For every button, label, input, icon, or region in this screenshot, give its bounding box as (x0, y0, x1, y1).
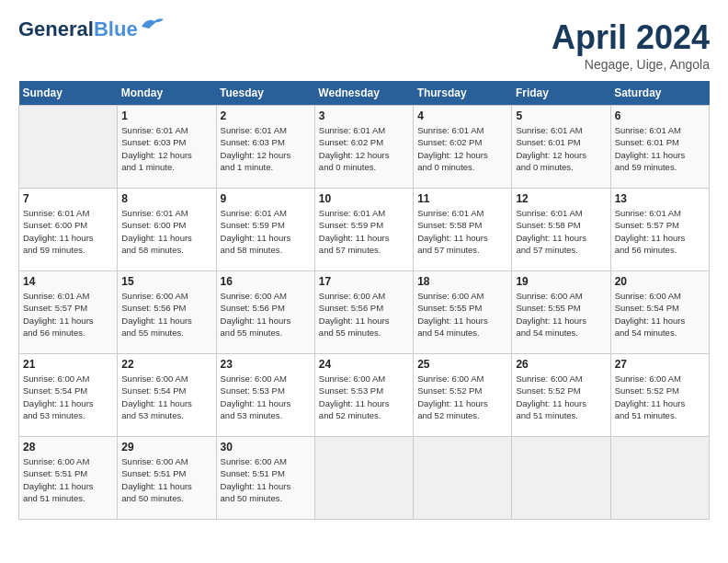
weekday-header: Thursday (414, 81, 512, 106)
weekday-header: Monday (118, 81, 216, 106)
day-number: 26 (516, 358, 606, 371)
calendar-cell: 30Sunrise: 6:00 AMSunset: 5:51 PMDayligh… (216, 437, 314, 520)
calendar-cell (314, 437, 413, 520)
day-number: 11 (417, 192, 507, 205)
day-info: Sunrise: 6:00 AMSunset: 5:55 PMDaylight:… (417, 290, 507, 339)
calendar-cell: 17Sunrise: 6:00 AMSunset: 5:56 PMDayligh… (314, 271, 413, 354)
day-info: Sunrise: 6:00 AMSunset: 5:54 PMDaylight:… (23, 373, 113, 421)
calendar-cell: 21Sunrise: 6:00 AMSunset: 5:54 PMDayligh… (19, 354, 118, 437)
calendar-cell: 27Sunrise: 6:00 AMSunset: 5:52 PMDayligh… (610, 354, 709, 437)
month-title: April 2024 (552, 18, 710, 57)
calendar-cell: 9Sunrise: 6:01 AMSunset: 5:59 PMDaylight… (216, 189, 314, 271)
calendar-week-row: 7Sunrise: 6:01 AMSunset: 6:00 PMDaylight… (19, 189, 710, 271)
calendar-cell: 19Sunrise: 6:00 AMSunset: 5:55 PMDayligh… (512, 271, 610, 354)
calendar-cell: 24Sunrise: 6:00 AMSunset: 5:53 PMDayligh… (314, 354, 413, 437)
day-number: 27 (615, 358, 705, 371)
day-number: 20 (615, 275, 705, 288)
calendar-week-row: 28Sunrise: 6:00 AMSunset: 5:51 PMDayligh… (19, 437, 710, 520)
day-info: Sunrise: 6:01 AMSunset: 6:00 PMDaylight:… (23, 207, 113, 256)
calendar-cell: 3Sunrise: 6:01 AMSunset: 6:02 PMDaylight… (314, 106, 413, 189)
day-info: Sunrise: 6:00 AMSunset: 5:51 PMDaylight:… (221, 455, 311, 504)
day-number: 19 (516, 275, 606, 288)
calendar-cell: 13Sunrise: 6:01 AMSunset: 5:57 PMDayligh… (610, 189, 709, 271)
day-number: 28 (23, 441, 113, 454)
day-number: 22 (121, 358, 211, 371)
day-info: Sunrise: 6:00 AMSunset: 5:53 PMDaylight:… (319, 373, 409, 421)
calendar-cell: 18Sunrise: 6:00 AMSunset: 5:55 PMDayligh… (414, 271, 512, 354)
day-number: 9 (221, 192, 311, 205)
calendar-cell: 15Sunrise: 6:00 AMSunset: 5:56 PMDayligh… (118, 271, 216, 354)
calendar-week-row: 21Sunrise: 6:00 AMSunset: 5:54 PMDayligh… (19, 354, 710, 437)
calendar-week-row: 14Sunrise: 6:01 AMSunset: 5:57 PMDayligh… (19, 271, 710, 354)
day-info: Sunrise: 6:01 AMSunset: 6:02 PMDaylight:… (319, 124, 409, 173)
calendar-week-row: 1Sunrise: 6:01 AMSunset: 6:03 PMDaylight… (19, 106, 710, 189)
logo: GeneralBlue (18, 18, 165, 40)
calendar-table: SundayMondayTuesdayWednesdayThursdayFrid… (18, 81, 710, 520)
calendar-cell: 11Sunrise: 6:01 AMSunset: 5:58 PMDayligh… (414, 189, 512, 271)
calendar-cell: 20Sunrise: 6:00 AMSunset: 5:54 PMDayligh… (610, 271, 709, 354)
calendar-cell (19, 106, 118, 189)
day-number: 14 (23, 275, 113, 288)
day-info: Sunrise: 6:01 AMSunset: 6:03 PMDaylight:… (221, 124, 311, 173)
day-info: Sunrise: 6:01 AMSunset: 5:59 PMDaylight:… (221, 207, 311, 256)
day-info: Sunrise: 6:00 AMSunset: 5:54 PMDaylight:… (121, 373, 211, 421)
calendar-cell: 25Sunrise: 6:00 AMSunset: 5:52 PMDayligh… (414, 354, 512, 437)
calendar-cell: 28Sunrise: 6:00 AMSunset: 5:51 PMDayligh… (19, 437, 118, 520)
day-info: Sunrise: 6:00 AMSunset: 5:56 PMDaylight:… (319, 290, 409, 339)
calendar-cell: 1Sunrise: 6:01 AMSunset: 6:03 PMDaylight… (118, 106, 216, 189)
day-info: Sunrise: 6:01 AMSunset: 5:59 PMDaylight:… (319, 207, 409, 256)
logo-bird-icon (140, 16, 165, 36)
calendar-cell (610, 437, 709, 520)
day-info: Sunrise: 6:01 AMSunset: 5:58 PMDaylight:… (417, 207, 507, 256)
day-info: Sunrise: 6:00 AMSunset: 5:52 PMDaylight:… (615, 373, 705, 421)
logo-blue: Blue (94, 17, 138, 40)
calendar-cell: 2Sunrise: 6:01 AMSunset: 6:03 PMDaylight… (216, 106, 314, 189)
day-number: 24 (319, 358, 409, 371)
weekday-header: Sunday (19, 81, 118, 106)
day-number: 4 (417, 109, 507, 122)
weekday-header: Saturday (610, 81, 709, 106)
calendar-cell: 22Sunrise: 6:00 AMSunset: 5:54 PMDayligh… (118, 354, 216, 437)
day-info: Sunrise: 6:00 AMSunset: 5:56 PMDaylight:… (121, 290, 211, 339)
day-info: Sunrise: 6:00 AMSunset: 5:51 PMDaylight:… (121, 455, 211, 504)
weekday-header: Tuesday (216, 81, 314, 106)
weekday-header-row: SundayMondayTuesdayWednesdayThursdayFrid… (19, 81, 710, 106)
calendar-cell: 26Sunrise: 6:00 AMSunset: 5:52 PMDayligh… (512, 354, 610, 437)
day-number: 21 (23, 358, 113, 371)
day-info: Sunrise: 6:01 AMSunset: 5:58 PMDaylight:… (516, 207, 606, 256)
calendar-cell: 8Sunrise: 6:01 AMSunset: 6:00 PMDaylight… (118, 189, 216, 271)
calendar-cell (414, 437, 512, 520)
day-number: 30 (221, 441, 311, 454)
day-info: Sunrise: 6:01 AMSunset: 5:57 PMDaylight:… (615, 207, 705, 256)
day-info: Sunrise: 6:00 AMSunset: 5:52 PMDaylight:… (516, 373, 606, 421)
day-info: Sunrise: 6:01 AMSunset: 5:57 PMDaylight:… (23, 290, 113, 339)
calendar-cell: 10Sunrise: 6:01 AMSunset: 5:59 PMDayligh… (314, 189, 413, 271)
calendar-cell: 7Sunrise: 6:01 AMSunset: 6:00 PMDaylight… (19, 189, 118, 271)
day-number: 2 (221, 109, 311, 122)
weekday-header: Wednesday (314, 81, 413, 106)
day-number: 1 (121, 109, 211, 122)
day-info: Sunrise: 6:00 AMSunset: 5:56 PMDaylight:… (221, 290, 311, 339)
day-number: 10 (319, 192, 409, 205)
day-number: 8 (121, 192, 211, 205)
location: Negage, Uige, Angola (552, 57, 710, 72)
calendar-cell: 16Sunrise: 6:00 AMSunset: 5:56 PMDayligh… (216, 271, 314, 354)
day-info: Sunrise: 6:01 AMSunset: 6:02 PMDaylight:… (417, 124, 507, 173)
calendar-cell: 14Sunrise: 6:01 AMSunset: 5:57 PMDayligh… (19, 271, 118, 354)
calendar-cell: 29Sunrise: 6:00 AMSunset: 5:51 PMDayligh… (118, 437, 216, 520)
day-info: Sunrise: 6:00 AMSunset: 5:51 PMDaylight:… (23, 455, 113, 504)
day-info: Sunrise: 6:01 AMSunset: 6:03 PMDaylight:… (121, 124, 211, 173)
weekday-header: Friday (512, 81, 610, 106)
day-number: 13 (615, 192, 705, 205)
calendar-cell (512, 437, 610, 520)
day-info: Sunrise: 6:00 AMSunset: 5:53 PMDaylight:… (221, 373, 311, 421)
day-info: Sunrise: 6:01 AMSunset: 6:01 PMDaylight:… (516, 124, 606, 173)
calendar-cell: 12Sunrise: 6:01 AMSunset: 5:58 PMDayligh… (512, 189, 610, 271)
day-number: 23 (221, 358, 311, 371)
day-info: Sunrise: 6:01 AMSunset: 6:01 PMDaylight:… (615, 124, 705, 173)
day-number: 15 (121, 275, 211, 288)
day-info: Sunrise: 6:01 AMSunset: 6:00 PMDaylight:… (121, 207, 211, 256)
day-info: Sunrise: 6:00 AMSunset: 5:55 PMDaylight:… (516, 290, 606, 339)
day-number: 17 (319, 275, 409, 288)
day-number: 7 (23, 192, 113, 205)
